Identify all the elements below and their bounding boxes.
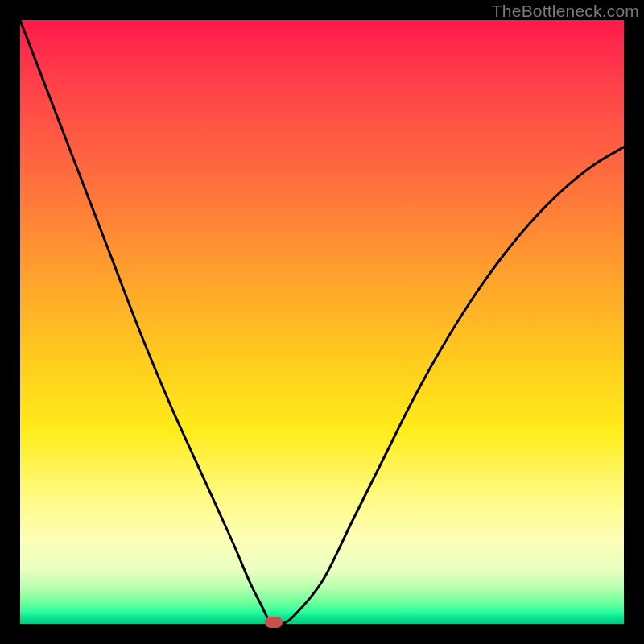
minimum-marker [265,617,283,628]
watermark-text: TheBottleneck.com [492,2,639,21]
curve-path [20,20,624,625]
plot-area [20,20,624,624]
bottleneck-curve [20,20,624,624]
outer-frame: TheBottleneck.com [0,0,644,644]
